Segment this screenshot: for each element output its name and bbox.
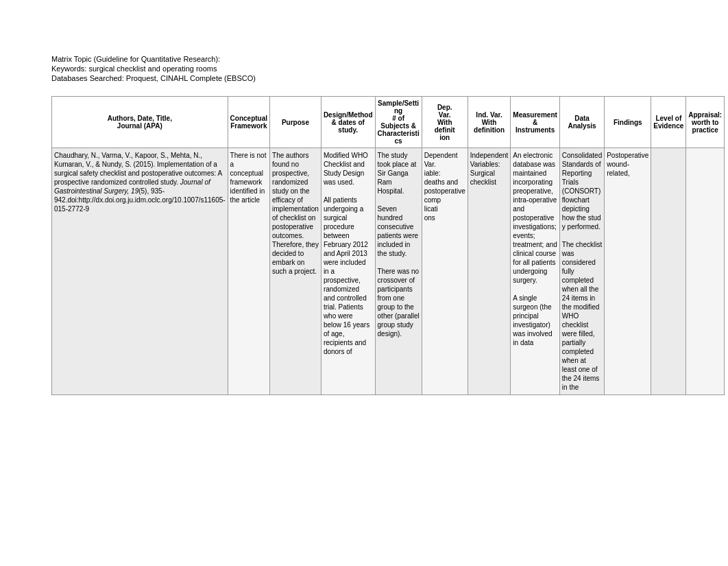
col-header-appraisal: Appraisal: worth to practice (686, 97, 725, 148)
cell-authors: Chaudhary, N., Varma, V., Kapoor, S., Me… (52, 148, 228, 395)
col-header-sample: Sample/Setting# ofSubjects &Characterist… (375, 97, 422, 148)
matrix-table: Authors, Date, Title,Journal (APA) Conce… (51, 96, 725, 395)
header-line3: Databases Searched: Proquest, CINAHL Com… (51, 74, 707, 82)
table-header-row: Authors, Date, Title,Journal (APA) Conce… (52, 97, 725, 148)
col-header-conceptual: ConceptualFramework (228, 97, 269, 148)
col-header-authors: Authors, Date, Title,Journal (APA) (52, 97, 228, 148)
cell-ind: Independent Variables: Surgical checklis… (468, 148, 511, 395)
cell-conceptual: There is not a conceptual framework iden… (228, 148, 269, 395)
header-line2: Keywords: surgical checklist and operati… (51, 64, 707, 73)
header-line1: Matrix Topic (Guideline for Quantitative… (51, 55, 707, 63)
col-header-findings: Findings (605, 97, 651, 148)
page-container: Matrix Topic (Guideline for Quantitative… (0, 0, 728, 423)
cell-level (651, 148, 686, 395)
cell-data: Consolidated Standards of Reporting Tria… (559, 148, 604, 395)
cell-design: Modified WHO Checklist and Study Design … (321, 148, 375, 395)
table-row: Chaudhary, N., Varma, V., Kapoor, S., Me… (52, 148, 725, 395)
col-header-dep: Dep.Var.Withdefinition (422, 97, 468, 148)
cell-dep: Dependent Var.iable:deaths and postopera… (422, 148, 468, 395)
col-header-design: Design/Method& dates ofstudy. (321, 97, 375, 148)
col-header-measurement: Measurement&Instruments (511, 97, 559, 148)
col-header-ind: Ind. Var.Withdefinition (468, 97, 511, 148)
cell-measurement: An electronic database was maintained in… (511, 148, 559, 395)
col-header-data: Data Analysis (559, 97, 604, 148)
col-header-purpose: Purpose (270, 97, 321, 148)
cell-sample: The study took place at Sir Ganga Ram Ho… (375, 148, 422, 395)
header: Matrix Topic (Guideline for Quantitative… (51, 55, 707, 82)
cell-purpose: The authors found no prospective, random… (270, 148, 321, 395)
col-header-level: Level ofEvidence (651, 97, 686, 148)
cell-appraisal (686, 148, 725, 395)
cell-findings: Postoperative wound-related, (605, 148, 651, 395)
